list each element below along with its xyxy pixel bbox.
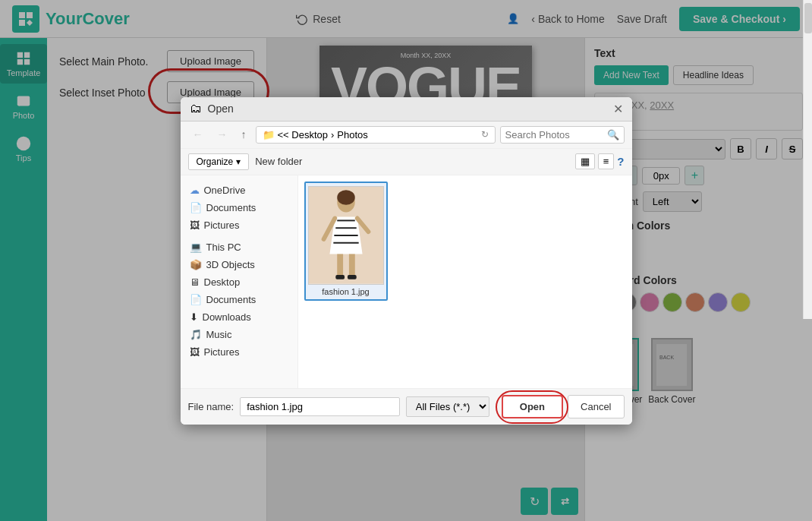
filename-label: File name:: [188, 401, 234, 412]
file-item-fashion1[interactable]: fashion 1.jpg: [304, 182, 388, 301]
svg-point-15: [337, 190, 355, 205]
filename-input[interactable]: [240, 397, 400, 416]
dialog-content: fashion 1.jpg: [298, 175, 632, 388]
sidebar-documents-1[interactable]: 📄Documents: [181, 199, 297, 216]
dialog-title: Open: [208, 103, 234, 115]
sidebar-pictures-1[interactable]: 🖼Pictures: [181, 216, 297, 234]
up-button[interactable]: ↑: [237, 127, 251, 142]
help-button[interactable]: ?: [617, 155, 624, 168]
path-icon: 📁: [263, 129, 275, 141]
sidebar-3dobjects[interactable]: 📦3D Objects: [181, 256, 297, 273]
sidebar-downloads[interactable]: ⬇Downloads: [181, 308, 297, 326]
svg-rect-24: [347, 274, 356, 279]
path-photos: Photos: [337, 129, 367, 141]
sidebar-pictures-2[interactable]: 🖼Pictures: [181, 343, 297, 361]
dialog-footer: File name: All Files (*.*) Open Cancel: [181, 388, 632, 425]
sidebar-music[interactable]: 🎵Music: [181, 326, 297, 343]
open-button[interactable]: Open: [502, 395, 563, 418]
organize-label: Organize: [197, 156, 234, 167]
path-separator: ›: [331, 129, 334, 141]
path-breadcrumb: 📁 << Desktop › Photos ↻: [256, 126, 496, 144]
sidebar-documents-2[interactable]: 📄Documents: [181, 291, 297, 308]
file-name: fashion 1.jpg: [322, 287, 369, 296]
sidebar-this-pc[interactable]: 💻This PC: [181, 238, 297, 256]
view-details-button[interactable]: ≡: [598, 153, 615, 169]
organize-button[interactable]: Organize ▾: [188, 153, 250, 170]
path-refresh-button[interactable]: ↻: [481, 129, 489, 140]
dialog-toolbar: ← → ↑ 📁 << Desktop › Photos ↻ 🔍: [181, 122, 632, 149]
dialog-sidebar: ☁OneDrive 📄Documents 🖼Pictures 💻This PC …: [181, 175, 298, 388]
dialog-overlay: 🗂 Open ✕ ← → ↑ 📁 << Desktop › Photos ↻ 🔍: [0, 0, 812, 521]
dialog-titlebar: 🗂 Open ✕: [181, 97, 632, 122]
dialog-body: ☁OneDrive 📄Documents 🖼Pictures 💻This PC …: [181, 175, 632, 388]
sidebar-onedrive[interactable]: ☁OneDrive: [181, 182, 297, 199]
chevron-down-icon: ▾: [236, 156, 241, 167]
cancel-button[interactable]: Cancel: [568, 395, 624, 418]
search-input[interactable]: [505, 129, 604, 141]
forward-button[interactable]: →: [212, 127, 232, 142]
filetype-select[interactable]: All Files (*.*): [406, 396, 489, 417]
path-desktop: << Desktop: [278, 129, 329, 141]
dialog-actions: Organize ▾ New folder ▦ ≡ ?: [181, 149, 632, 175]
view-buttons: ▦ ≡ ?: [575, 153, 625, 169]
file-dialog: 🗂 Open ✕ ← → ↑ 📁 << Desktop › Photos ↻ 🔍: [181, 97, 632, 425]
search-box: 🔍: [500, 126, 625, 144]
svg-rect-22: [348, 254, 354, 276]
file-grid: fashion 1.jpg: [304, 182, 626, 301]
sidebar-desktop[interactable]: 🖥Desktop: [181, 273, 297, 291]
view-thumbnail-button[interactable]: ▦: [575, 153, 595, 169]
file-thumbnail: [308, 186, 384, 285]
dialog-close-button[interactable]: ✕: [613, 102, 623, 116]
dialog-buttons: Open Cancel: [502, 395, 625, 418]
search-icon: 🔍: [607, 129, 619, 141]
svg-rect-21: [337, 254, 343, 276]
new-folder-button[interactable]: New folder: [255, 156, 302, 167]
svg-rect-23: [335, 274, 345, 279]
back-button[interactable]: ←: [188, 127, 208, 142]
